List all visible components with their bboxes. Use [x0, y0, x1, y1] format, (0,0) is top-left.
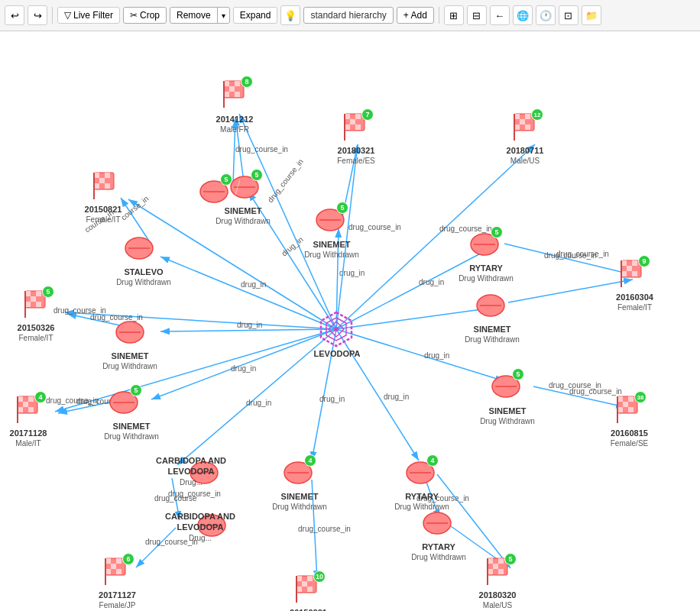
drug-node-sinemet-10[interactable]: 5: [489, 370, 523, 403]
svg-text:drug_course_in: drug_course_in: [416, 494, 469, 503]
patient-node-7[interactable]: 5: [481, 554, 515, 588]
svg-line-53: [508, 280, 633, 302]
svg-rect-98: [105, 173, 110, 178]
filter-icon: ▽: [64, 10, 71, 21]
undo-button[interactable]: ↩: [5, 5, 24, 25]
svg-rect-100: [94, 183, 99, 189]
graph-area[interactable]: drug_course_in drug_in drug_in drug_in d…: [0, 31, 700, 611]
patient-node-1[interactable]: 8: [218, 77, 251, 111]
svg-line-20: [336, 329, 504, 381]
expand-label: Expand: [240, 10, 271, 21]
separator-2: [439, 7, 439, 24]
drug-node-sinemet-13[interactable]: 5: [313, 203, 347, 237]
svg-rect-111: [18, 396, 23, 402]
folder-button[interactable]: 📁: [582, 5, 601, 25]
drug-node-sinemet-12[interactable]: [474, 289, 507, 322]
remove-label: Remove: [170, 8, 218, 23]
patient-node-2[interactable]: [88, 169, 122, 202]
grid-button[interactable]: ⊞: [444, 5, 464, 25]
svg-text:drug_course: drug_course: [154, 494, 197, 503]
drug-node-sinemet-4[interactable]: 5: [107, 386, 141, 419]
svg-text:drug_course_in: drug_course_in: [145, 538, 198, 546]
svg-rect-161: [525, 114, 530, 119]
svg-text:drug_in: drug_in: [384, 393, 409, 401]
drug-node-rytary-9[interactable]: [420, 506, 454, 540]
add-button[interactable]: + Add: [397, 7, 434, 24]
remove-button[interactable]: Remove ▾: [170, 7, 230, 24]
patient-node-9[interactable]: 9: [615, 257, 649, 290]
svg-rect-101: [105, 183, 110, 189]
svg-rect-115: [28, 407, 34, 412]
drug-node-sinemet-1[interactable]: 5: [228, 170, 261, 204]
patient-node-6[interactable]: 10: [290, 572, 324, 606]
svg-rect-162: [520, 119, 525, 124]
svg-text:drug_course_in: drug_course_in: [266, 157, 305, 204]
svg-rect-146: [621, 260, 627, 266]
patient-node-8[interactable]: 38: [611, 393, 645, 426]
svg-text:drug_in: drug_in: [237, 321, 262, 329]
svg-rect-149: [621, 271, 627, 276]
svg-rect-112: [28, 396, 34, 402]
drug-node-sinemet-7[interactable]: 4: [281, 456, 315, 490]
drug-node-sinemet-3[interactable]: [113, 315, 147, 349]
svg-rect-121: [105, 569, 111, 574]
globe-button[interactable]: 🌐: [513, 5, 533, 25]
patient-node-10[interactable]: 7: [339, 110, 372, 144]
redo-button[interactable]: ↪: [28, 5, 47, 25]
drug-node-rytary-8[interactable]: 4: [403, 456, 437, 490]
live-filter-button[interactable]: ▽ Live Filter: [57, 7, 120, 24]
svg-text:drug_course_in: drug_course_in: [556, 250, 609, 258]
toolbar: ↩ ↪ ▽ Live Filter ✂ Crop Remove ▾ Expand…: [0, 0, 700, 31]
svg-rect-125: [297, 576, 302, 581]
svg-line-22: [336, 249, 489, 329]
patient-node-11[interactable]: 12: [508, 110, 542, 144]
svg-text:drug_in: drug_in: [241, 280, 266, 289]
patient-node-4[interactable]: 4: [11, 393, 45, 426]
svg-rect-160: [514, 114, 520, 119]
patient-node-3[interactable]: 5: [19, 287, 53, 321]
back-button[interactable]: ←: [490, 5, 510, 25]
svg-text:drug_in: drug_in: [231, 364, 256, 373]
svg-rect-153: [345, 114, 350, 119]
svg-line-51: [504, 244, 630, 274]
svg-rect-143: [628, 407, 634, 412]
svg-rect-135: [488, 569, 493, 574]
crop-button[interactable]: ✂ Crop: [123, 7, 167, 24]
expand-button[interactable]: Expand: [233, 7, 278, 24]
svg-rect-129: [307, 587, 313, 592]
svg-text:drug_in: drug_in: [246, 399, 271, 407]
svg-rect-94: [235, 92, 240, 97]
table-button[interactable]: ⊡: [559, 5, 578, 25]
svg-line-41: [136, 528, 176, 567]
clock-button[interactable]: 🕐: [536, 5, 556, 25]
svg-rect-141: [623, 402, 628, 407]
svg-text:drug_course_in: drug_course_in: [348, 223, 401, 231]
patient-node-5[interactable]: 6: [99, 554, 133, 588]
svg-rect-164: [525, 124, 530, 130]
svg-line-9: [160, 329, 336, 331]
svg-line-6: [160, 257, 336, 329]
drug-node-carbidopa-1[interactable]: [187, 456, 221, 490]
svg-rect-120: [111, 564, 116, 569]
split-button[interactable]: ⊟: [467, 5, 487, 25]
drug-node-sinemet-14[interactable]: 5: [197, 175, 231, 209]
drug-node-rytary-11[interactable]: 5: [468, 228, 501, 261]
crop-icon: ✂: [130, 10, 138, 21]
svg-rect-99: [99, 178, 105, 183]
svg-rect-93: [224, 92, 229, 97]
svg-rect-97: [94, 173, 99, 178]
svg-rect-113: [23, 402, 28, 407]
remove-dropdown-icon[interactable]: ▾: [218, 9, 229, 22]
svg-rect-91: [235, 81, 240, 86]
svg-text:drug_in: drug_in: [419, 278, 444, 286]
drug-node-carbidopa-2[interactable]: [195, 509, 228, 542]
svg-rect-148: [627, 266, 632, 271]
bulb-button[interactable]: 💡: [280, 5, 300, 25]
crop-label: Crop: [140, 10, 160, 21]
drug-node-stalevo[interactable]: [122, 231, 156, 265]
svg-text:course_in: course_in: [119, 194, 150, 221]
center-node[interactable]: [317, 310, 355, 348]
svg-line-24: [336, 308, 493, 329]
svg-rect-132: [488, 558, 493, 564]
svg-rect-104: [25, 291, 31, 296]
